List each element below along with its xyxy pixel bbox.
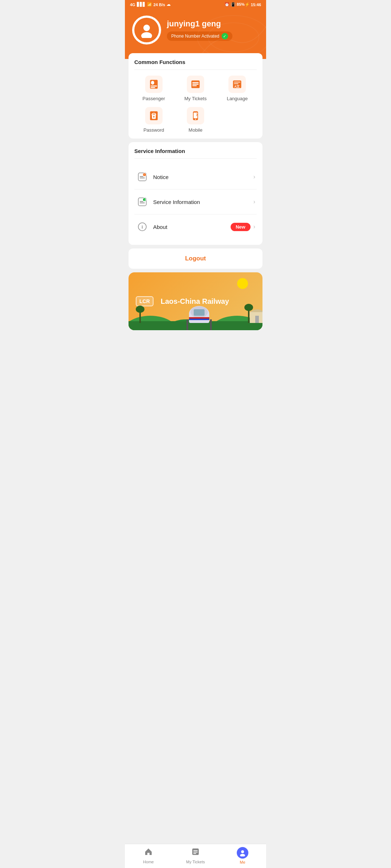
passenger-label: Passenger xyxy=(143,96,165,101)
about-icon: i xyxy=(136,220,149,233)
functions-grid: Passenger My Tickets A文 xyxy=(134,76,257,133)
svg-rect-13 xyxy=(234,82,241,82)
service-list: ! Notice › ✓ Service Informatio xyxy=(134,165,257,239)
password-label: Password xyxy=(143,127,164,133)
service-information-card: Service Information ! Notice › xyxy=(129,142,262,245)
service-information-title: Service Information xyxy=(134,148,257,159)
svg-rect-9 xyxy=(192,82,199,83)
svg-rect-41 xyxy=(186,319,188,330)
svg-text:i: i xyxy=(142,224,143,230)
passenger-icon xyxy=(145,76,163,93)
language-icon: A文 xyxy=(228,76,246,93)
serviceinfo-label: Service Information xyxy=(153,199,253,205)
alarm-icon: ⏰ xyxy=(224,2,230,7)
network-icon: 4G xyxy=(130,3,135,7)
function-item-mobile[interactable]: Mobile xyxy=(176,107,215,133)
lcr-banner[interactable]: LCR Laos-China Railway xyxy=(129,272,262,330)
language-label: Language xyxy=(227,96,248,101)
wifi-icon: 📶 xyxy=(147,2,152,7)
svg-rect-6 xyxy=(151,86,157,87)
svg-rect-7 xyxy=(151,87,155,88)
profile-header: junying1 geng Phone Number Activated ✓ xyxy=(125,8,266,59)
logout-button[interactable]: Logout xyxy=(129,248,262,269)
svg-rect-54 xyxy=(255,316,259,323)
battery-level: 85%⚡ xyxy=(237,2,250,7)
common-functions-card: Common Functions Passenger xyxy=(129,53,262,139)
mobile-label: Mobile xyxy=(189,127,202,133)
svg-rect-34 xyxy=(140,203,145,203)
data-speed: 24 B/s xyxy=(154,3,165,7)
svg-text:A文: A文 xyxy=(234,85,240,88)
function-item-password[interactable]: Password xyxy=(134,107,173,133)
svg-point-3 xyxy=(141,32,152,38)
svg-rect-28 xyxy=(140,178,145,178)
svg-rect-5 xyxy=(151,81,154,85)
cloud-icon: ☁ xyxy=(167,2,171,7)
avatar xyxy=(132,16,161,44)
about-label: About xyxy=(153,224,231,230)
svg-rect-14 xyxy=(234,83,239,84)
status-left: 4G ▋▋▋ 📶 24 B/s ☁ xyxy=(130,2,171,7)
svg-point-22 xyxy=(195,119,196,120)
serviceinfo-icon: ✓ xyxy=(136,195,149,208)
function-item-language[interactable]: A文 Language xyxy=(218,76,257,101)
svg-point-0 xyxy=(197,16,266,59)
about-chevron: › xyxy=(253,224,255,230)
svg-rect-33 xyxy=(140,201,143,202)
svg-rect-42 xyxy=(210,319,212,330)
status-bar: 4G ▋▋▋ 📶 24 B/s ☁ ⏰ 📳 85%⚡ 15:46 xyxy=(125,0,266,8)
status-right: ⏰ 📳 85%⚡ 15:46 xyxy=(224,2,261,7)
mytickets-label: My Tickets xyxy=(184,96,206,101)
logout-card: Logout xyxy=(129,248,262,269)
notice-icon: ! xyxy=(136,170,149,183)
svg-rect-52 xyxy=(189,319,209,320)
svg-rect-51 xyxy=(189,317,209,319)
svg-rect-11 xyxy=(192,85,197,86)
svg-rect-19 xyxy=(154,117,154,118)
service-item-about[interactable]: i About New › xyxy=(134,214,257,239)
service-item-serviceinfo[interactable]: ✓ Service Information › xyxy=(134,190,257,214)
banner-scene xyxy=(129,301,262,330)
svg-point-46 xyxy=(244,304,253,311)
svg-rect-10 xyxy=(192,84,199,85)
function-item-passenger[interactable]: Passenger xyxy=(134,76,173,101)
svg-point-1 xyxy=(208,23,259,52)
avatar-inner xyxy=(134,18,159,42)
notice-label: Notice xyxy=(153,174,253,180)
header-decoration xyxy=(194,8,266,59)
vibrate-icon: 📳 xyxy=(231,2,236,7)
signal-bars: ▋▋▋ xyxy=(137,2,146,7)
svg-rect-27 xyxy=(140,176,143,177)
svg-text:!: ! xyxy=(144,174,144,176)
function-item-mytickets[interactable]: My Tickets xyxy=(176,76,215,101)
mytickets-icon xyxy=(187,76,204,93)
service-item-notice[interactable]: ! Notice › xyxy=(134,165,257,190)
password-icon xyxy=(145,107,163,124)
svg-text:✓: ✓ xyxy=(144,199,146,201)
new-badge: New xyxy=(231,223,251,231)
clock: 15:46 xyxy=(251,3,261,7)
person-icon xyxy=(139,22,155,38)
svg-rect-50 xyxy=(194,309,205,316)
serviceinfo-chevron: › xyxy=(253,199,255,205)
common-functions-title: Common Functions xyxy=(134,59,257,70)
svg-point-2 xyxy=(143,25,150,31)
svg-point-44 xyxy=(136,306,144,313)
notice-chevron: › xyxy=(253,174,255,180)
mobile-icon xyxy=(187,107,204,124)
